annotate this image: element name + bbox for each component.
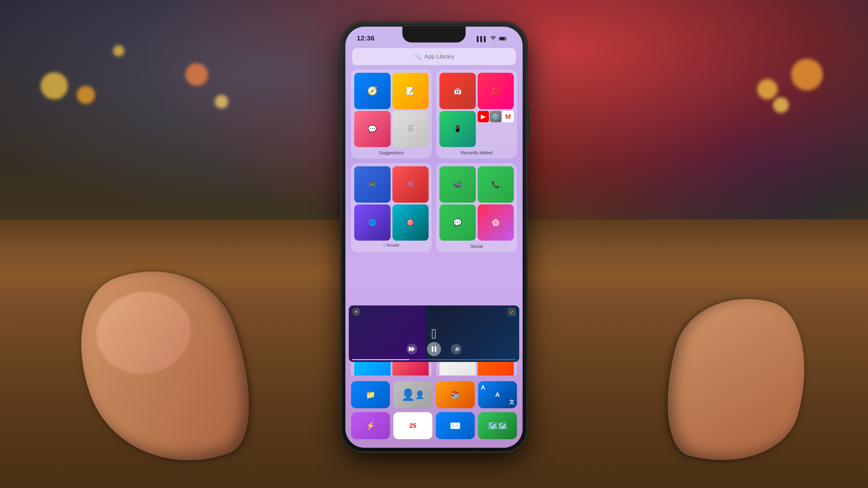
iphone-wrapper: 12:36 ▌▌▌	[341, 23, 527, 452]
folder-label-arcade:  Arcade	[354, 243, 429, 248]
app-icon-bezel[interactable]	[477, 73, 514, 109]
iphone-screen: 12:36 ▌▌▌	[345, 27, 523, 448]
pip-progress-fill	[352, 359, 409, 360]
folder-arcade[interactable]:  Arcade	[351, 163, 432, 252]
bokeh-light	[215, 95, 228, 108]
apple-arcade-icon: 	[383, 243, 385, 248]
app-icon-whatsapp[interactable]	[439, 111, 476, 147]
battery-icon	[499, 36, 507, 42]
pip-pause-button[interactable]	[427, 342, 441, 356]
svg-rect-7	[435, 346, 436, 352]
bottom-row-1: 👤 A 文	[351, 381, 517, 408]
bokeh-light	[791, 59, 823, 90]
svg-rect-6	[432, 346, 433, 352]
pip-close-button[interactable]: ✕	[352, 308, 360, 316]
pip-rewind-button[interactable]: 15	[406, 343, 418, 355]
app-icon-safari[interactable]	[354, 73, 391, 109]
app-icon-messages[interactable]	[439, 204, 476, 241]
app-icon-files[interactable]	[351, 381, 390, 408]
app-icon-arcade3[interactable]	[354, 204, 391, 241]
bokeh-light	[113, 45, 124, 57]
folder-grid-suggestions	[354, 73, 429, 147]
bokeh-light	[757, 79, 778, 99]
app-icon-arcade1[interactable]	[354, 166, 391, 203]
pip-forward-button[interactable]: 15	[450, 343, 462, 355]
bokeh-light	[185, 63, 208, 86]
apple-logo-icon: 	[432, 326, 436, 341]
pip-expand-button[interactable]: ⤢	[508, 308, 516, 316]
app-icon-bezel2[interactable]	[477, 204, 514, 241]
pip-header: ✕ ⤢	[349, 305, 519, 318]
app-icon-facetime[interactable]	[439, 166, 476, 203]
app-icon-mail2[interactable]: ✉️	[436, 412, 475, 439]
status-icons: ▌▌▌	[477, 36, 511, 42]
app-grid: Suggestions	[351, 70, 517, 252]
svg-rect-1	[506, 38, 506, 39]
app-icon-youtube[interactable]	[477, 111, 489, 123]
signal-icon: ▌▌▌	[477, 36, 487, 42]
search-icon: 🔍	[414, 53, 422, 60]
app-icon-settings[interactable]	[490, 111, 501, 123]
app-icon-books[interactable]	[436, 381, 475, 408]
app-icon-contacts[interactable]: 👤	[393, 381, 432, 408]
status-time: 12:36	[357, 34, 375, 42]
notch	[402, 27, 466, 42]
bokeh-light	[77, 86, 95, 104]
folder-label-social: Social	[439, 243, 514, 249]
folder-label-suggestions: Suggestions	[354, 149, 429, 156]
search-bar[interactable]: 🔍 App Library	[352, 48, 516, 65]
folder-grid-social	[439, 166, 514, 240]
folder-suggestions[interactable]: Suggestions	[351, 70, 432, 159]
app-icon-arcade4[interactable]	[393, 204, 429, 241]
expand-icon: ⤢	[510, 310, 513, 314]
app-icon-arcade2[interactable]	[393, 166, 429, 203]
folder-label-recently-added: Recently Added	[439, 149, 514, 156]
close-icon: ✕	[355, 309, 358, 314]
app-icon-maps[interactable]: 🗺️	[478, 412, 517, 439]
scene: 12:36 ▌▌▌	[0, 0, 868, 488]
app-icon-notes[interactable]	[393, 73, 429, 109]
app-icon-calendar[interactable]	[393, 412, 432, 439]
app-icon-translate[interactable]: A 文	[478, 381, 517, 408]
app-icon-gmail[interactable]	[502, 111, 514, 123]
pip-progress-bar[interactable]	[352, 359, 516, 360]
folder-grid-recently-added	[439, 73, 514, 147]
pip-video-overlay[interactable]:  ✕ ⤢	[349, 305, 519, 362]
bottom-row-2: ✉️ 🗺️	[351, 412, 517, 439]
app-icon-dots[interactable]	[393, 111, 429, 147]
bokeh-light	[773, 97, 789, 113]
search-placeholder: App Library	[424, 53, 454, 60]
app-icon-phone[interactable]	[477, 166, 514, 203]
folder-recently-added[interactable]: Recently Added	[436, 70, 517, 159]
pip-controls: 15	[349, 342, 519, 356]
app-icon-fantastical[interactable]	[439, 73, 476, 109]
app-icon-speeko[interactable]	[354, 111, 391, 147]
svg-rect-2	[500, 37, 505, 40]
iphone-frame: 12:36 ▌▌▌	[341, 23, 527, 452]
svg-point-5	[427, 342, 441, 356]
folder-grid-arcade	[354, 166, 429, 240]
wifi-icon	[490, 36, 496, 42]
app-icon-shortcuts[interactable]	[351, 412, 390, 439]
folder-social[interactable]: Social	[436, 163, 517, 252]
bokeh-light	[41, 72, 68, 99]
